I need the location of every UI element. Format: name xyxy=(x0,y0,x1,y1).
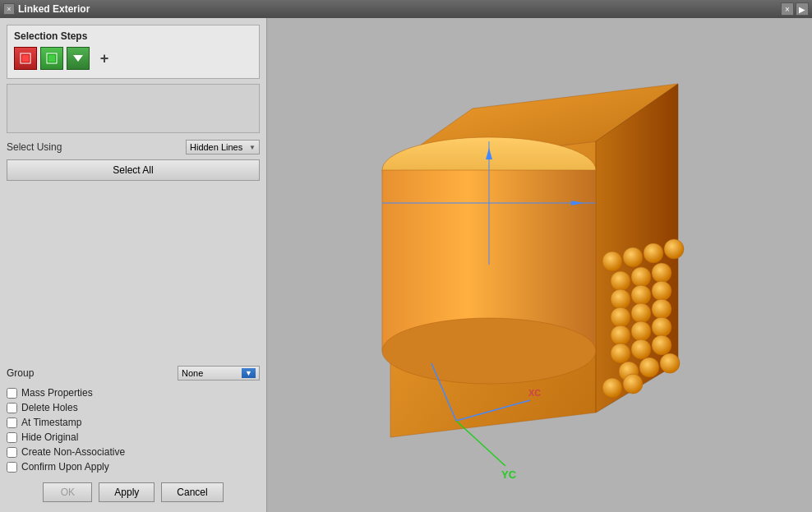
svg-point-31 xyxy=(623,247,643,267)
main-layout: Selection Steps xyxy=(0,18,812,512)
svg-point-13 xyxy=(631,267,651,287)
mass-properties-row: Mass Properties xyxy=(7,387,260,399)
svg-point-29 xyxy=(660,353,680,373)
confirm-upon-apply-checkbox[interactable] xyxy=(7,462,17,473)
face-select-btn[interactable] xyxy=(14,47,37,70)
apply-button[interactable]: Apply xyxy=(99,482,155,502)
delete-holes-checkbox[interactable] xyxy=(7,403,17,413)
svg-point-23 xyxy=(652,317,671,337)
create-non-associative-row: Create Non-Associative xyxy=(7,446,260,458)
create-non-associative-checkbox[interactable] xyxy=(7,447,17,458)
title-text: Linked Exterior xyxy=(18,3,777,15)
selection-steps-box: Selection Steps xyxy=(7,25,260,79)
at-timestamp-checkbox[interactable] xyxy=(7,417,17,428)
selection-steps-toolbar: + xyxy=(14,47,252,70)
hidden-lines-value: Hidden Lines xyxy=(190,142,242,152)
delete-holes-label: Delete Holes xyxy=(21,402,78,413)
hide-original-label: Hide Original xyxy=(21,431,78,443)
title-close-btn[interactable]: × xyxy=(3,3,15,15)
svg-point-12 xyxy=(611,271,630,291)
mass-properties-label: Mass Properties xyxy=(21,387,93,399)
step-down-btn[interactable] xyxy=(67,47,90,70)
hide-original-checkbox[interactable] xyxy=(7,432,17,443)
svg-point-26 xyxy=(652,335,671,355)
viewport: XC YC xyxy=(267,18,812,512)
svg-point-16 xyxy=(631,285,651,305)
group-arrow: ▼ xyxy=(242,368,256,378)
bottom-buttons: OK Apply Cancel xyxy=(7,477,260,505)
viewport-svg: XC YC xyxy=(267,18,812,512)
svg-point-17 xyxy=(652,281,671,301)
select-using-row: Select Using Hidden Lines ▼ xyxy=(7,140,260,155)
svg-point-15 xyxy=(611,289,630,309)
group-row: Group None ▼ xyxy=(7,366,260,381)
svg-rect-1 xyxy=(22,55,29,62)
group-dropdown[interactable]: None ▼ xyxy=(178,366,260,381)
group-label: Group xyxy=(7,367,34,379)
delete-holes-row: Delete Holes xyxy=(7,402,260,413)
select-using-label: Select Using xyxy=(7,141,62,153)
selection-steps-title: Selection Steps xyxy=(14,30,252,42)
left-panel: Selection Steps xyxy=(0,18,267,512)
hidden-lines-dropdown[interactable]: Hidden Lines ▼ xyxy=(186,140,260,155)
svg-rect-3 xyxy=(48,55,55,62)
options-section: Group None ▼ Mass Properties Delete Hole… xyxy=(7,366,260,473)
title-prev-btn[interactable]: × xyxy=(781,2,794,16)
body-select-btn[interactable] xyxy=(40,47,63,70)
select-all-btn[interactable]: Select All xyxy=(7,159,260,181)
svg-point-20 xyxy=(652,299,671,319)
at-timestamp-label: At Timestamp xyxy=(21,417,81,428)
svg-point-34 xyxy=(602,378,622,398)
create-non-associative-label: Create Non-Associative xyxy=(21,446,125,458)
svg-point-18 xyxy=(611,307,630,327)
mass-properties-checkbox[interactable] xyxy=(7,388,17,399)
hidden-lines-arrow: ▼ xyxy=(249,144,256,151)
svg-text:YC: YC xyxy=(501,468,517,481)
svg-point-24 xyxy=(611,344,630,363)
svg-marker-4 xyxy=(73,55,83,62)
confirm-upon-apply-label: Confirm Upon Apply xyxy=(21,461,109,473)
svg-point-21 xyxy=(611,325,630,345)
title-bar: × Linked Exterior × ▶ xyxy=(0,0,812,18)
ok-button[interactable]: OK xyxy=(43,482,92,502)
svg-point-28 xyxy=(639,357,659,377)
svg-point-32 xyxy=(644,243,663,263)
svg-point-11 xyxy=(382,318,596,384)
svg-point-30 xyxy=(602,251,622,271)
svg-text:XC: XC xyxy=(528,388,541,398)
svg-point-19 xyxy=(631,303,651,323)
svg-point-14 xyxy=(652,263,671,283)
svg-point-35 xyxy=(623,374,643,394)
title-nav: × ▶ xyxy=(781,2,809,16)
add-step-btn[interactable]: + xyxy=(93,47,116,70)
panel-spacer xyxy=(7,186,260,361)
selection-list-area xyxy=(7,84,260,133)
group-value: None xyxy=(182,368,203,378)
svg-point-33 xyxy=(664,239,684,259)
svg-point-22 xyxy=(631,321,651,341)
at-timestamp-row: At Timestamp xyxy=(7,417,260,428)
title-next-btn[interactable]: ▶ xyxy=(796,2,809,16)
svg-point-25 xyxy=(631,339,651,359)
hide-original-row: Hide Original xyxy=(7,431,260,443)
cancel-button[interactable]: Cancel xyxy=(161,482,223,502)
confirm-upon-apply-row: Confirm Upon Apply xyxy=(7,461,260,473)
